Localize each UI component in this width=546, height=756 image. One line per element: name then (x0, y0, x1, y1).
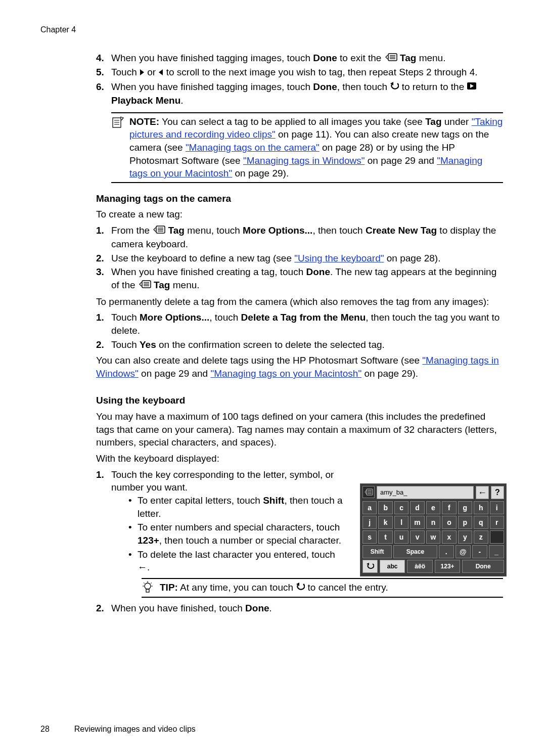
tag-label: Tag (425, 116, 441, 127)
key-r: r (490, 516, 504, 529)
back-arrow-icon (296, 581, 305, 594)
paragraph-delete: To permanently delete a tag from the cam… (96, 295, 503, 308)
key-j: j (362, 516, 377, 529)
key-x: x (442, 530, 456, 544)
link-using-keyboard[interactable]: "Using the keyboard" (294, 253, 384, 263)
note-icon (111, 116, 125, 128)
arrow-left-icon (158, 66, 163, 79)
step-create-2: 2. Use the keyboard to define a new tag … (96, 252, 503, 265)
step-create-1: 1. From the Tag menu, touch More Options… (96, 224, 503, 250)
key-l: l (394, 516, 408, 529)
key-b: b (378, 501, 392, 514)
svg-rect-22 (146, 589, 149, 592)
keyboard-row-2: j k l m n o p q r (362, 516, 504, 529)
step-text: When you have finished tagging images, t… (111, 53, 313, 63)
tag-menu-icon (138, 279, 151, 292)
paragraph-also: You can also create and delete tags usin… (96, 354, 503, 380)
key-h: h (474, 501, 488, 514)
key-back (362, 560, 378, 573)
page-footer: 28 Reviewing images and video clips (40, 724, 196, 735)
link-managing-tags-camera[interactable]: "Managing tags on the camera" (186, 142, 320, 153)
key-a: a (362, 501, 377, 514)
playback-icon (467, 80, 477, 94)
footer-title: Reviewing images and video clips (74, 725, 196, 733)
backspace-key: ← (476, 486, 489, 499)
paragraph-keyboard-displayed: With the keyboard displayed: (96, 452, 503, 465)
key-done: Done (462, 560, 504, 573)
key-period: . (439, 545, 454, 558)
key-o: o (442, 516, 456, 529)
link-managing-tags-mac[interactable]: "Managing tags on your Macintosh" (210, 368, 361, 379)
step-4: 4. When you have finished tagging images… (96, 52, 503, 65)
key-underscore: _ (489, 545, 504, 558)
step-text: Touch the key corresponding to the lette… (111, 469, 334, 493)
paragraph-keyboard-intro: You may have a maximum of 100 tags defin… (96, 410, 503, 449)
step-text: Touch (111, 67, 140, 77)
key-u: u (394, 530, 408, 544)
key-abc: abc (380, 560, 405, 573)
keyboard-input: amy_ba_ (377, 486, 474, 499)
tip-block: TIP: At any time, you can touch to cance… (142, 578, 503, 598)
done-label: Done (313, 81, 337, 92)
key-shift: Shift (362, 545, 392, 558)
svg-point-21 (145, 583, 151, 589)
step-delete-2: 2. Touch Yes on the confirmation screen … (96, 338, 503, 351)
key-space: Space (393, 545, 437, 558)
key-y: y (458, 530, 472, 544)
back-arrow-icon (390, 80, 399, 94)
done-label: Done (313, 53, 337, 63)
key-at: @ (456, 545, 471, 558)
tag-menu-icon (384, 52, 397, 65)
tip-icon (142, 581, 155, 594)
key-w: w (426, 530, 440, 544)
create-tag-steps: 1. From the Tag menu, touch More Options… (96, 224, 503, 292)
key-e: e (426, 501, 440, 514)
key-blank (490, 530, 504, 544)
key-m: m (410, 516, 424, 529)
step-number: 6. (96, 80, 104, 94)
step-5: 5. Touch or to scroll to the next image … (96, 66, 503, 79)
bullet-123: To enter numbers and special characters,… (126, 521, 344, 547)
tip-label: TIP: (160, 582, 178, 593)
page-number: 28 (40, 725, 50, 733)
bullet-shift: To enter capital letters, touch Shift, t… (126, 494, 344, 520)
key-dash: - (472, 545, 487, 558)
svg-line-27 (151, 583, 152, 584)
more-options-label: More Options... (243, 225, 312, 236)
key-accents: àêö (407, 560, 432, 573)
key-g: g (458, 501, 472, 514)
note-block: NOTE: You can select a tag to be applied… (111, 112, 503, 183)
chapter-header: Chapter 4 (40, 24, 506, 35)
steps-top: 4. When you have finished tagging images… (96, 52, 503, 107)
key-v: v (410, 530, 424, 544)
step-kbd-2: 2. When you have finished, touch Done. (96, 602, 503, 615)
step-number: 4. (96, 52, 104, 65)
svg-line-26 (144, 583, 145, 584)
key-123: 123+ (435, 560, 460, 573)
key-q: q (474, 516, 488, 529)
step-delete-1: 1. Touch More Options..., touch Delete a… (96, 311, 503, 337)
tag-menu-icon (152, 224, 165, 237)
key-n: n (426, 516, 440, 529)
help-key: ? (491, 486, 504, 499)
keyboard-bottom-row: abc àêö 123+ Done (362, 560, 504, 573)
keyboard-row-1: a b c d e f g h i (362, 501, 504, 514)
link-managing-tags-windows[interactable]: "Managing tags in Windows" (243, 155, 365, 166)
keyboard-bullets: To enter capital letters, touch Shift, t… (126, 494, 344, 574)
key-c: c (394, 501, 408, 514)
keyboard-fn-row: Shift Space . @ - _ (362, 545, 504, 558)
step-6: 6. When you have finished tagging images… (96, 80, 503, 107)
arrow-right-icon (140, 66, 145, 79)
key-i: i (490, 501, 504, 514)
key-p: p (458, 516, 472, 529)
note-label: NOTE: (129, 116, 159, 127)
step-create-3: 3. When you have finished creating a tag… (96, 265, 503, 292)
paragraph-create: To create a new tag: (96, 208, 503, 221)
key-s: s (362, 530, 377, 544)
key-k: k (378, 516, 392, 529)
step-text: When you have finished tagging images, t… (111, 81, 313, 92)
playback-menu-label: Playback Menu (111, 95, 180, 106)
key-t: t (378, 530, 392, 544)
key-d: d (410, 501, 424, 514)
tag-menu-icon (362, 486, 375, 498)
